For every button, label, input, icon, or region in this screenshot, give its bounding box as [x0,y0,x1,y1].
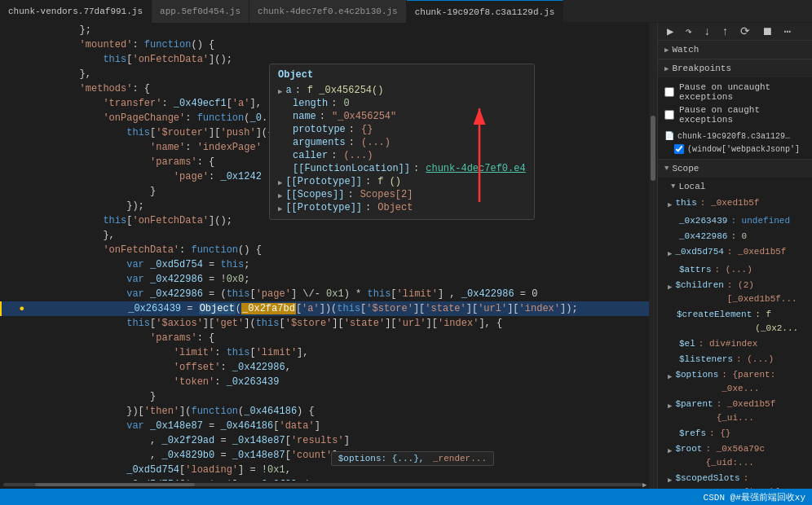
tooltip-row-name: name : "_0x456254" [278,110,526,123]
scope-item-root: ▶ $root : _0x56a79c {_uid:... [658,441,812,471]
scope-item-refs: $refs : {} [658,426,812,441]
debug-step-into-btn[interactable]: ↓ [701,24,713,40]
status-bar: CSDN @#最强前端回收xy [0,489,812,505]
status-text: CSDN @#最强前端回收xy [704,491,805,503]
code-line: 'offset': _0x422986, [0,360,657,375]
breakpoint-item-2: (window['webpackJsonp'] [664,143,805,156]
debug-more-btn[interactable]: ⋯ [782,23,793,40]
vertical-scrollbar[interactable] [649,23,657,489]
expand-icon-4: ▶ [278,204,282,213]
debug-step-over-btn[interactable]: ↷ [682,23,694,40]
debug-toolbar: ▶ ↷ ↓ ↑ ⟳ ⏹ ⋯ [658,23,812,41]
debug-play-btn[interactable]: ▶ [664,23,676,40]
tooltip-row-prototype: prototype : {} [278,123,526,136]
scope-item-create: $createElement : f (_0x2... [658,307,812,336]
tooltip-row-scopes: ▶ [[Scopes]] : Scopes[2] [278,188,526,201]
scope-item-el: $el : div#index [658,336,812,352]
tab-bar: chunk-vendors.77daf991.js app.5ef0d454.j… [0,0,812,23]
tooltip-row-proto3: ▶ [[Prototype]] : Object [278,201,526,214]
tooltip-row-proto2: ▶ [[Prototype]] : f () [278,175,526,188]
debug-step-out-btn[interactable]: ↑ [719,24,730,40]
editor-panel: Object ▶ a : f _0x456254() length : 0 na… [0,23,657,489]
debug-stop-btn[interactable]: ⏹ [759,24,775,40]
scope-header[interactable]: ▼ Scope [658,160,812,178]
tab-chunk-19c[interactable]: chunk-19c920f8.c3a1129d.js [407,0,564,23]
scope-item-scoped-slots: ▶ $scopedSlots : {$stable:... [658,471,812,489]
debug-panel: ▶ ↷ ↓ ↑ ⟳ ⏹ ⋯ ▶ Watch ▶ Breakpoints [657,23,812,489]
scope-item-422986: _0x422986 : 0 [658,229,812,244]
code-line: 'mounted': function() { [0,37,657,52]
hscroll-thumb[interactable] [35,483,195,486]
horizontal-scrollbar[interactable]: ▶ [0,481,649,489]
code-line: }; [0,23,657,37]
code-line: this['$axios']['get'](this['$store']['st… [0,316,657,331]
variable-tooltip: Object ▶ a : f _0x456254() length : 0 na… [269,64,535,220]
code-line: 'onFetchData': function() { [0,243,657,257]
pause-uncaught-checkbox[interactable] [664,87,674,97]
pause-caught-checkbox[interactable] [664,110,674,120]
scope-section: ▼ Scope ▼ Local ▶ this : _0xed1b5f _0x26… [658,160,812,489]
code-line: } [0,389,657,404]
code-line: var _0x148e87 = _0x464186['data'] [0,419,657,433]
scope-item-parent: ▶ $parent : _0xed1b5f {_ui... [658,397,812,426]
code-line: 'params': { [0,331,657,345]
pause-caught-row: Pause on caught exceptions [664,103,805,126]
watch-header[interactable]: ▶ Watch [658,41,812,59]
code-line: 'token': _0x263439 [0,375,657,389]
code-line: })['then'](function(_0x464186) { [0,404,657,419]
scope-item-this: ▶ this : _0xed1b5f [658,195,812,213]
expand-icon: ▶ [278,87,282,96]
tab-chunk-vendors[interactable]: chunk-vendors.77daf991.js [0,0,152,23]
scope-item-children: ▶ $children : (2) [_0xed1b5f... [658,278,812,307]
breakpoint-checkbox[interactable] [674,144,684,154]
code-line: , _0x2f29ad = _0x148e87['results'] [0,433,657,448]
code-area[interactable]: Object ▶ a : f _0x456254() length : 0 na… [0,23,657,489]
tooltip-row-arguments: arguments : (...) [278,136,526,149]
expand-icon-3: ▶ [278,191,282,200]
scope-item-options: ▶ $options : {parent: _0xe... [658,367,812,397]
code-line: _0xd5d754['loading'] = !0x1, [0,463,657,477]
scope-items-list: ▶ this : _0xed1b5f _0x263439 : undefined… [658,195,812,489]
code-line: 'limit': this['limit'], [0,345,657,360]
scope-item-d5d754: ▶ _0xd5d754 : _0xed1b5f [658,244,812,262]
tab-app[interactable]: app.5ef0d454.js [152,0,249,23]
breakpoint-file-icon: 📄 [664,131,674,141]
watch-section: ▶ Watch [658,41,812,59]
tooltip-row-caller: caller : (...) [278,149,526,162]
active-debug-line: ● _0x263439 = Object(_0x2fa7bd['a'])(thi… [0,301,657,316]
tooltip-row-a: ▶ a : f _0x456254() [278,84,526,97]
tab-chunk-4dec[interactable]: chunk-4dec7ef0.e4c2b130.js [249,0,407,23]
debug-restart-btn[interactable]: ⟳ [738,23,752,40]
local-header[interactable]: ▼ Local [658,178,812,195]
code-line: var _0x422986 = !0x0; [0,272,657,287]
scope-item-263439: _0x263439 : undefined [658,213,812,229]
vscroll-thumb[interactable] [651,116,655,181]
code-line: }, [0,228,657,243]
tooltip-title: Object [278,69,526,81]
main-area: Object ▶ a : f _0x456254() length : 0 na… [0,23,812,489]
breakpoint-item-1: 📄 chunk-19c920f8.c3a1129d.js [664,130,805,143]
inline-callout: $options: {...}, _render... [331,451,494,466]
breakpoints-header[interactable]: ▶ Breakpoints [658,59,812,77]
tooltip-row-fnloc: [[FunctionLocation]] : chunk-4dec7ef0.e4 [278,162,526,175]
expand-icon-2: ▶ [278,178,282,187]
pause-uncaught-row: Pause on uncaught exceptions [664,81,805,103]
code-line: , _0x4829b0 = _0x148e87['count']; [0,448,657,463]
code-line: var _0x422986 = (this['page'] \/- 0x1) *… [0,287,657,301]
breakpoints-section: ▶ Breakpoints Pause on uncaught exceptio… [658,59,812,160]
breakpoints-content: Pause on uncaught exceptions Pause on ca… [658,77,812,159]
scope-item-listeners: $listeners : (...) [658,352,812,367]
code-line: var _0xd5d754 = this; [0,257,657,272]
scope-item-attrs: $attrs : (...) [658,262,812,278]
tooltip-row-length: length : 0 [278,97,526,110]
